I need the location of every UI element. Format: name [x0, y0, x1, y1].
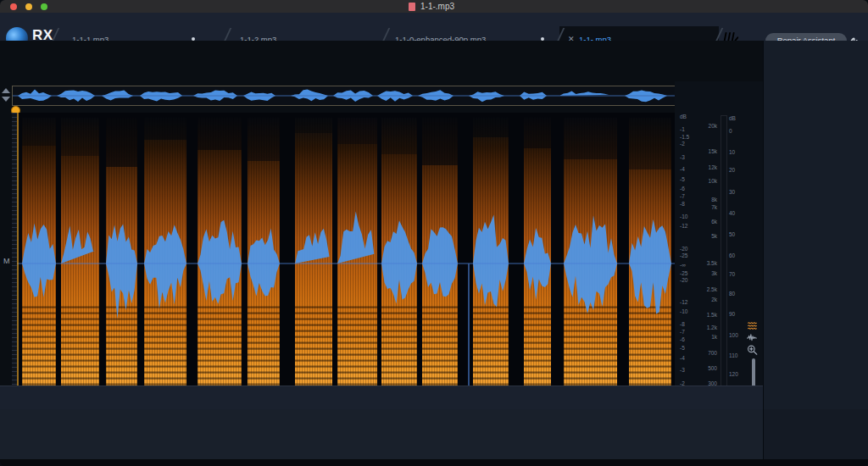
axis-label: -7 [680, 193, 685, 199]
minimize-window-button[interactable] [25, 3, 32, 10]
axis-label: 110 [729, 352, 737, 358]
rx-app-window: 1-1-.mp3 RX ADVANCED 1-1-1.mp31-1-2.mp31… [0, 0, 868, 466]
axis-label: 20k [700, 123, 717, 129]
axis-label: 50 [729, 231, 735, 237]
collapse-up-icon[interactable] [2, 88, 10, 93]
axis-label: 12k [700, 164, 717, 170]
axis-label: -3 [680, 367, 685, 373]
axis-label: 500 [700, 365, 717, 371]
axis-label: 7k [700, 204, 717, 210]
window-title: 1-1-.mp3 [420, 2, 454, 11]
axis-label: -4 [680, 355, 685, 361]
axis-label: 80 [729, 291, 735, 297]
axis-label: 2.5k [700, 286, 717, 292]
axis-label: 30 [729, 189, 735, 195]
history-panel: History Paste (Insert)Paste (Insert)Past… [763, 409, 868, 459]
vertical-zoom-in-icon[interactable] [746, 344, 759, 356]
axis-label: -7 [680, 329, 685, 335]
axis-label: 70 [729, 271, 735, 277]
status-bar: h:m:s.ms 00:00:00.000 Paste succeeded (0… [0, 409, 868, 459]
module-sidebar: All Azimuth Dither EQ EQ Match Fade Gain… [763, 41, 868, 409]
zoom-window-button[interactable] [41, 3, 47, 10]
axis-label: -10 [680, 214, 687, 219]
axis-label: 6k [700, 219, 717, 225]
axis-label: 10 [729, 149, 735, 155]
axis-label: -∞ [680, 262, 686, 268]
right-scales: dB-1-1.5-2-3-4-5-6-7-8-10-12-20-25-∞-25-… [675, 81, 763, 426]
axis-label: -20 [680, 277, 687, 283]
axis-label: dB [729, 115, 736, 121]
toolbar: Instant process Attenuate [0, 386, 763, 411]
axis-label: -4 [680, 166, 685, 172]
channel-label: M [3, 257, 10, 265]
axis-label: -8 [680, 201, 685, 207]
axis-label: 20 [729, 167, 735, 173]
axis-label: 1.5k [700, 312, 717, 318]
axis-label: 3.5k [700, 260, 717, 266]
axis-label: 700 [700, 350, 717, 356]
axis-label: -5 [680, 176, 685, 182]
axis-label: 90 [729, 311, 735, 317]
axis-label: 2k [700, 297, 717, 302]
spectrogram-canvas[interactable] [17, 113, 679, 418]
waveform-mini-icon[interactable] [746, 332, 759, 343]
axis-label: dB [680, 114, 687, 119]
document-icon [409, 3, 415, 11]
axis-label: 10k [700, 178, 717, 184]
axis-label: 3k [700, 270, 717, 276]
waveform-overview[interactable] [12, 86, 679, 106]
axis-label: -1 [680, 126, 685, 132]
axis-label: -5 [680, 345, 685, 351]
axis-label: -10 [680, 308, 687, 314]
spectrogram-colorbar [721, 115, 727, 419]
spectrogram-mini-icon[interactable] [746, 320, 759, 331]
axis-label: 15k [700, 148, 717, 154]
window-bottom-edge [0, 459, 868, 466]
axis-label: 100 [729, 332, 738, 338]
axis-label: -20 [680, 246, 687, 252]
axis-label: 120 [729, 371, 738, 377]
axis-label: -8 [680, 321, 685, 327]
close-window-button[interactable] [10, 3, 17, 10]
app-header: RX ADVANCED 1-1-1.mp31-1-2.mp31-1-0-enha… [0, 13, 868, 42]
axis-label: -3 [680, 154, 685, 160]
axis-label: -1.5 [680, 134, 689, 140]
axis-label: -12 [680, 299, 687, 305]
axis-label: 8k [700, 197, 717, 202]
axis-label: -12 [680, 223, 687, 229]
axis-label: 40 [729, 210, 735, 216]
editor-area: M 0.00.51.01.52.02.53.03.54.04.55.05.56.… [0, 41, 763, 386]
axis-label: -6 [680, 336, 685, 342]
axis-label: 5k [700, 233, 717, 239]
axis-label: -2 [680, 141, 685, 147]
axis-label: 1.2k [700, 325, 717, 330]
macos-titlebar: 1-1-.mp3 [0, 0, 868, 14]
axis-label: -25 [680, 252, 687, 258]
axis-label: -25 [680, 270, 687, 276]
collapse-down-icon[interactable] [2, 97, 10, 102]
axis-label: 60 [729, 252, 735, 258]
axis-label: 1k [700, 334, 717, 340]
axis-label: 0 [729, 128, 732, 134]
axis-label: -6 [680, 186, 685, 191]
